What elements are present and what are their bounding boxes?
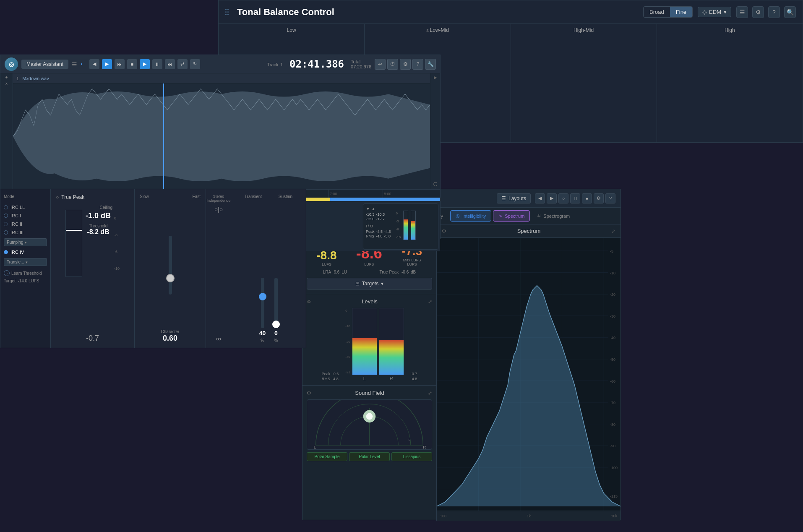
mode-irc-iii[interactable]: IRC III xyxy=(4,228,47,237)
pumping-chevron: ▾ xyxy=(25,240,27,245)
tp-scale: 0 -3 -6 -10 xyxy=(114,210,120,277)
wrench-button[interactable]: 🔧 xyxy=(425,59,436,70)
lissajous-btn[interactable]: Lissajous xyxy=(391,452,432,461)
transient-slider-track[interactable] xyxy=(261,278,264,328)
broad-fine-toggle[interactable]: Broad Fine xyxy=(643,6,693,18)
rms-right: -5.0 xyxy=(384,234,391,238)
history-button[interactable]: ⏱ xyxy=(387,59,398,70)
dot-icon: ● xyxy=(81,62,83,66)
menu-icon-daw[interactable]: ☰ xyxy=(72,61,77,68)
levels-settings-icon[interactable]: ⚙ xyxy=(307,299,311,305)
meter-arrow-down: ▼ xyxy=(366,206,370,211)
r-bar-col: R xyxy=(379,308,404,381)
menu-lines-icon: ☰ xyxy=(501,196,506,201)
rewind-button[interactable]: ◀ xyxy=(89,59,99,69)
targets-button[interactable]: ⊟ Targets ▾ xyxy=(307,278,432,289)
loop-button[interactable]: ⇄ xyxy=(177,59,188,69)
master-assistant-button[interactable]: Master Assistant xyxy=(21,60,68,69)
transient-dropdown[interactable]: Transie... ▾ xyxy=(4,258,47,266)
waveform-container[interactable] xyxy=(13,83,430,189)
settings-daw-button[interactable]: ⚙ xyxy=(400,59,411,70)
tab-spectrogram[interactable]: ≋ Spectrogram xyxy=(532,210,575,222)
scroll-right-arrow[interactable]: ▶ xyxy=(434,75,437,80)
tp-label: True Peak xyxy=(61,194,84,200)
svg-text:-10: -10 xyxy=(610,271,615,275)
preset-selector[interactable]: ◎ EDM ▾ xyxy=(698,7,731,17)
mode-irc-i[interactable]: IRC I xyxy=(4,211,47,220)
tab-spectrum[interactable]: ∿ Spectrum xyxy=(493,210,530,222)
play-button[interactable]: ▶ xyxy=(102,59,112,69)
help-icon[interactable]: ? xyxy=(768,6,780,18)
preset-chevron: ▾ xyxy=(724,9,727,15)
irc-ll-radio[interactable] xyxy=(4,205,8,209)
peak-label: Peak xyxy=(366,229,375,234)
pumping-dropdown[interactable]: Pumping ▾ xyxy=(4,238,47,246)
rms-label: RMS xyxy=(366,234,374,238)
nav-loop[interactable]: ○ xyxy=(558,193,568,203)
track-header-panel: + × xyxy=(0,73,13,189)
integrated-unit: LUFS xyxy=(356,262,382,266)
spectrum-expand-icon[interactable]: ⤢ xyxy=(611,228,615,234)
lra-value: 6.6 xyxy=(334,270,339,274)
nav-next[interactable]: ▶ xyxy=(547,193,557,203)
nav-settings[interactable]: ⚙ xyxy=(594,193,604,203)
levels-expand-icon[interactable]: ⤢ xyxy=(428,299,432,305)
add-track-button[interactable]: + xyxy=(5,75,8,80)
irc-iii-radio[interactable] xyxy=(4,230,8,235)
transient-sustain-section: Transient Sustain 40 % 0 % xyxy=(231,189,306,348)
repeat-button[interactable]: ↻ xyxy=(190,59,200,69)
nav-record[interactable]: ● xyxy=(582,193,592,203)
irc-iv-radio[interactable] xyxy=(4,250,8,254)
tab-intelligibility[interactable]: ◎ Intelligibility xyxy=(450,210,491,222)
scroll-expand[interactable]: C xyxy=(433,181,437,188)
close-track-button[interactable]: × xyxy=(5,81,8,86)
svg-text:-5: -5 xyxy=(610,249,613,253)
track-num: 1 xyxy=(280,62,283,67)
tp-meter-bar[interactable] xyxy=(65,210,82,277)
irc-ii-radio[interactable] xyxy=(4,222,8,226)
nav-prev[interactable]: ◀ xyxy=(535,193,545,203)
peak-r-row: -0.7 xyxy=(411,372,417,376)
nav-help[interactable]: ? xyxy=(605,193,615,203)
learn-threshold-btn[interactable]: ○ Learn Threshold xyxy=(4,270,47,276)
character-slider[interactable] xyxy=(169,202,172,328)
broad-button[interactable]: Broad xyxy=(644,7,670,17)
spectrum-settings-icon[interactable]: ⚙ xyxy=(442,228,446,234)
mode-irc-ll[interactable]: IRC LL xyxy=(4,203,47,211)
skip-back-button[interactable]: ⏮ xyxy=(115,59,125,69)
pause-button[interactable]: ⏸ xyxy=(152,59,162,69)
undo-button[interactable]: ↩ xyxy=(375,59,386,70)
play2-button[interactable]: ▶ xyxy=(140,59,150,69)
layouts-button[interactable]: ☰ Layouts xyxy=(497,193,531,203)
total-label: Total xyxy=(351,59,371,64)
irc-i-radio[interactable] xyxy=(4,214,8,218)
left-meter-bar xyxy=(403,211,408,240)
true-peak-display: True Peak -0.6 dB xyxy=(379,270,416,274)
mode-irc-ii[interactable]: IRC II xyxy=(4,220,47,228)
stop-button[interactable]: ■ xyxy=(127,59,137,69)
fine-button[interactable]: Fine xyxy=(670,7,692,17)
search-icon[interactable]: 🔍 xyxy=(784,6,796,18)
help-daw-button[interactable]: ? xyxy=(412,59,423,70)
ceiling-db-value: -1.0 dB xyxy=(86,211,111,220)
mode-section: Mode IRC LL IRC I IRC II IRC III Pumping… xyxy=(0,189,51,348)
spectrum-header: ⚙ Spectrum ⤢ xyxy=(437,224,620,238)
skip-forward-button[interactable]: ⏭ xyxy=(165,59,175,69)
sound-field-expand-icon[interactable]: ⤢ xyxy=(428,390,432,396)
irc-ll-label: IRC LL xyxy=(10,205,25,210)
ceiling-label: Ceiling xyxy=(99,205,112,210)
true-peak-header: ○ True Peak xyxy=(56,194,84,200)
sustain-slider-track[interactable] xyxy=(274,278,278,328)
rms-label-l: RMS xyxy=(322,377,330,381)
mode-irc-iv[interactable]: IRC IV xyxy=(4,248,47,256)
nav-pause[interactable]: ⏸ xyxy=(570,193,580,203)
spectrum-tab-label: Spectrum xyxy=(505,214,524,219)
menu-icon[interactable]: ☰ xyxy=(736,6,748,18)
polar-level-btn[interactable]: Polar Level xyxy=(349,452,390,461)
settings-icon[interactable]: ⚙ xyxy=(752,6,764,18)
sound-field-settings-icon[interactable]: ⚙ xyxy=(307,390,311,396)
polar-sample-btn[interactable]: Polar Sample xyxy=(307,452,347,461)
svg-text:R: R xyxy=(423,445,426,449)
stereo-link-icon[interactable]: ∞ xyxy=(216,335,221,343)
fast-label: Fast xyxy=(193,194,201,199)
